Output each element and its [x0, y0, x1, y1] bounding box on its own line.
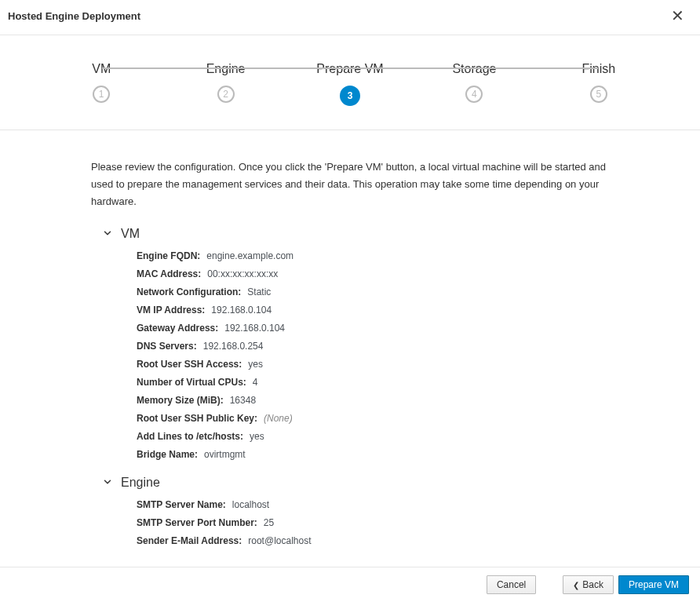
kv-value: 192.168.0.104 — [224, 323, 285, 334]
wizard-steps: VM 1 Engine 2 Prepare VM 3 Storage 4 Fin… — [0, 35, 700, 130]
kv-label: Memory Size (MiB): — [137, 395, 224, 406]
kv-value: yes — [248, 359, 263, 370]
back-button-label: Back — [582, 579, 603, 590]
kv-label: Root User SSH Public Key: — [137, 413, 257, 424]
kv-label: Root User SSH Access: — [137, 359, 242, 370]
kv-label: DNS Servers: — [137, 341, 197, 352]
kv-row: Root User SSH Access: yes — [137, 359, 614, 370]
kv-row: SMTP Server Port Number: 25 — [137, 517, 614, 528]
kv-label: MAC Address: — [137, 268, 201, 279]
kv-row: Network Configuration: Static — [137, 286, 614, 297]
kv-label: VM IP Address: — [137, 305, 205, 316]
prepare-vm-button[interactable]: Prepare VM — [618, 575, 689, 594]
kv-value: localhost — [232, 499, 269, 510]
step-bubble: 5 — [590, 86, 607, 103]
step-label: Engine — [206, 62, 246, 76]
kv-row: Gateway Address: 192.168.0.104 — [137, 323, 614, 334]
kv-value: yes — [250, 431, 264, 442]
kv-row: Sender E-Mail Address: root@localhost — [137, 535, 614, 546]
chevron-down-icon — [102, 228, 113, 241]
chevron-down-icon — [102, 476, 113, 490]
step-bubble: 2 — [217, 86, 235, 103]
kv-value: 192.168.0.104 — [211, 305, 272, 316]
kv-value: 16348 — [230, 395, 256, 406]
dialog-footer: Cancel ❮Back Prepare VM — [0, 567, 700, 602]
kv-row: MAC Address: 00:xx:xx:xx:xx:xx — [137, 268, 614, 279]
kv-label: Engine FQDN: — [137, 250, 200, 261]
step-label: VM — [92, 62, 111, 76]
kv-value: root@localhost — [248, 535, 311, 546]
kv-row: Add Lines to /etc/hosts: yes — [137, 431, 614, 442]
step-connector — [102, 67, 598, 69]
kv-label: Bridge Name: — [137, 449, 198, 460]
step-label: Storage — [452, 62, 496, 76]
content-inner: Please review the configuration. Once yo… — [0, 130, 700, 569]
intro-text: Please review the configuration. Once yo… — [91, 159, 614, 210]
kv-value: 25 — [264, 517, 274, 528]
kv-label: Sender E-Mail Address: — [137, 535, 242, 546]
dialog-title: Hosted Engine Deployment — [8, 10, 140, 22]
kv-label: Number of Virtual CPUs: — [137, 377, 246, 388]
section-body-engine: SMTP Server Name: localhost SMTP Server … — [91, 499, 614, 546]
kv-row: Engine FQDN: engine.example.com — [137, 250, 614, 261]
section-body-vm: Engine FQDN: engine.example.com MAC Addr… — [91, 250, 614, 460]
kv-value: engine.example.com — [206, 250, 293, 261]
section-title: Engine — [121, 476, 160, 490]
kv-row: VM IP Address: 192.168.0.104 — [137, 305, 614, 316]
cancel-button[interactable]: Cancel — [487, 575, 536, 594]
kv-value: Static — [247, 286, 271, 297]
kv-label: SMTP Server Name: — [137, 499, 226, 510]
kv-label: Add Lines to /etc/hosts: — [137, 431, 243, 442]
kv-row: DNS Servers: 192.168.0.254 — [137, 341, 614, 352]
kv-row: Root User SSH Public Key: (None) — [137, 413, 614, 424]
kv-label: Gateway Address: — [137, 323, 218, 334]
chevron-left-icon: ❮ — [573, 581, 579, 589]
close-icon[interactable]: ✕ — [668, 8, 687, 24]
kv-value: ovirtmgmt — [204, 449, 246, 460]
kv-row: Memory Size (MiB): 16348 — [137, 395, 614, 406]
section-title: VM — [121, 227, 140, 241]
kv-label: Network Configuration: — [137, 286, 241, 297]
step-label: Prepare VM — [316, 62, 383, 76]
step-bubble: 3 — [340, 86, 360, 106]
step-bubble: 1 — [93, 86, 110, 103]
kv-value: 4 — [253, 377, 258, 388]
back-button[interactable]: ❮Back — [563, 575, 614, 594]
step-bubble: 4 — [465, 86, 483, 103]
kv-row: Bridge Name: ovirtmgmt — [137, 449, 614, 460]
step-label: Finish — [582, 62, 615, 76]
kv-row: SMTP Server Name: localhost — [137, 499, 614, 510]
kv-value: 00:xx:xx:xx:xx:xx — [207, 268, 278, 279]
content-scroll[interactable]: Please review the configuration. Once yo… — [0, 130, 700, 569]
kv-row: Number of Virtual CPUs: 4 — [137, 377, 614, 388]
kv-value: 192.168.0.254 — [203, 341, 264, 352]
section-toggle-engine[interactable]: Engine — [102, 476, 614, 490]
kv-value-none: (None) — [264, 413, 293, 424]
kv-label: SMTP Server Port Number: — [137, 517, 257, 528]
section-toggle-vm[interactable]: VM — [102, 227, 614, 241]
dialog-header: Hosted Engine Deployment ✕ — [0, 0, 700, 35]
